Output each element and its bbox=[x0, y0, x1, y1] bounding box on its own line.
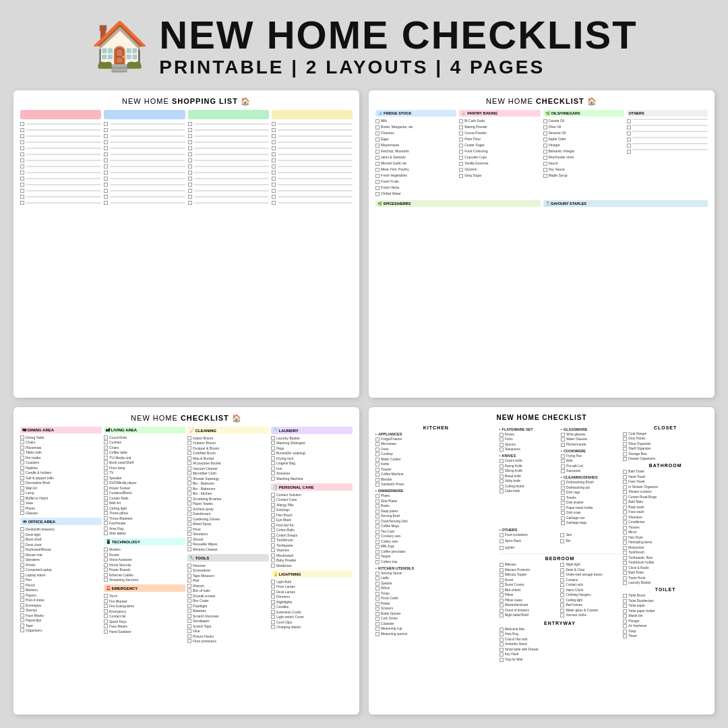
cb bbox=[272, 195, 276, 199]
li-14: Wall Art bbox=[104, 501, 185, 505]
cb bbox=[104, 568, 108, 572]
line-item bbox=[104, 171, 185, 175]
dining-label: 🍽 DINING AREA bbox=[20, 427, 102, 433]
cb bbox=[375, 180, 380, 184]
cd-9: Garbage bags bbox=[561, 521, 620, 525]
cb bbox=[104, 183, 108, 187]
tech-section: 📱 TECHNOLOGY Modem Router Voice Assistan… bbox=[104, 538, 185, 582]
di-1: Dining Table bbox=[20, 435, 102, 439]
line bbox=[194, 196, 269, 198]
ba-2: Hand Towel bbox=[623, 475, 708, 479]
detailed-grid: KITCHEN APPLIANCES Fridge/Freezer Microw… bbox=[375, 425, 708, 663]
cb bbox=[104, 140, 108, 144]
line bbox=[26, 154, 101, 155]
li-5: TV/ Media unit bbox=[104, 456, 185, 460]
la-8: Streamer bbox=[271, 471, 353, 475]
line-item bbox=[272, 122, 353, 126]
bd-13: Desk & Chair bbox=[560, 568, 620, 572]
cb bbox=[187, 471, 191, 475]
bd-21: Water glass & Coaster bbox=[560, 609, 620, 613]
line bbox=[194, 166, 269, 167]
line bbox=[278, 178, 353, 179]
cb bbox=[375, 448, 380, 452]
cb bbox=[499, 475, 504, 479]
cb bbox=[543, 125, 547, 129]
line bbox=[110, 172, 185, 173]
cb bbox=[104, 456, 108, 460]
line-item bbox=[272, 140, 353, 144]
cb bbox=[187, 584, 191, 588]
cl-4: CobWeb Brush bbox=[187, 451, 269, 455]
bd-22: Viscose cloths bbox=[560, 613, 620, 617]
oils-olive: Olive Oil bbox=[543, 125, 624, 129]
di-11: Wall Art bbox=[20, 486, 102, 490]
cb bbox=[104, 506, 108, 510]
pantry-cocoa: Cocoa Powder bbox=[459, 131, 540, 135]
cb bbox=[561, 437, 565, 442]
cl-17: Gardening Gloves bbox=[187, 517, 269, 521]
line-item bbox=[20, 183, 101, 187]
appliances-sub: APPLIANCES bbox=[375, 432, 497, 436]
cb bbox=[623, 566, 627, 570]
fridge-header: 🧊 FRIDGE STOCK bbox=[375, 110, 456, 117]
page-shopping-list: NEW HOME SHOPPING LIST 🏠 bbox=[13, 90, 359, 398]
pe-14: Baby Powder bbox=[271, 558, 353, 562]
of-19: Paperclips bbox=[20, 618, 102, 622]
pantry-section: 🧁 PANTRY BAKING Bi Carb Soda Baking Powd… bbox=[459, 110, 540, 198]
bd-19: Ceiling light bbox=[560, 599, 620, 603]
of-18: Face Masks bbox=[20, 613, 102, 617]
line bbox=[632, 143, 708, 144]
cb bbox=[623, 614, 627, 618]
cb bbox=[623, 609, 627, 613]
bedroom-section: BEDROOM Matrass Matrass Protector Matras… bbox=[499, 553, 621, 619]
cb bbox=[560, 613, 564, 617]
cb bbox=[623, 576, 627, 580]
cb bbox=[623, 506, 627, 510]
fridge-herbs: Fresh Herbs bbox=[375, 185, 456, 190]
cb bbox=[104, 177, 108, 181]
dw-11: Milk Jugs bbox=[375, 545, 497, 549]
cb bbox=[499, 593, 504, 597]
cb bbox=[623, 536, 627, 540]
la-7: Iron bbox=[271, 466, 353, 471]
line-item bbox=[104, 158, 185, 162]
page3-title-normal: NEW HOME bbox=[131, 414, 181, 422]
line-item bbox=[272, 183, 353, 187]
lg-10: Charging station bbox=[271, 625, 353, 629]
co-4: Shelf Organizer bbox=[623, 447, 708, 451]
dw-7: Coffee Mugs bbox=[375, 524, 497, 528]
page-detailed-checklist: NEW HOME CHECKLIST KITCHEN APPLIANCES Fr… bbox=[369, 407, 715, 715]
cb bbox=[561, 521, 565, 525]
cb bbox=[499, 568, 504, 572]
others-2 bbox=[627, 125, 708, 129]
cb bbox=[187, 522, 191, 526]
cb bbox=[187, 456, 191, 460]
cb bbox=[499, 573, 504, 577]
line-item bbox=[272, 189, 353, 193]
line bbox=[26, 123, 101, 125]
line bbox=[194, 190, 269, 191]
cb bbox=[20, 628, 24, 632]
cb bbox=[375, 540, 380, 544]
line bbox=[110, 178, 185, 179]
cb bbox=[20, 511, 24, 515]
cl-12: Bin - Kitchen bbox=[187, 491, 269, 495]
to-5: Wrench bbox=[187, 584, 269, 588]
li-4: Coffee table bbox=[104, 450, 185, 454]
col-header-yellow bbox=[272, 110, 353, 119]
cl-5: Mop & Bucket bbox=[187, 456, 269, 460]
cb bbox=[499, 653, 504, 657]
cb bbox=[104, 481, 108, 485]
col-header-green bbox=[188, 110, 269, 119]
cb bbox=[187, 512, 191, 516]
kitchen-title: KITCHEN bbox=[375, 425, 497, 430]
cl-22: Reusable Wipes bbox=[187, 542, 269, 546]
line-item bbox=[20, 195, 101, 199]
others-3 bbox=[627, 131, 708, 135]
ap-5: Water Cooker bbox=[375, 458, 497, 462]
cb bbox=[187, 594, 191, 598]
fridge-fruits: Fresh Fruits bbox=[375, 179, 456, 184]
fridge-mayo: Mayonnaise bbox=[375, 143, 456, 148]
cb bbox=[459, 174, 463, 178]
pe-2: Contact Case bbox=[271, 497, 353, 502]
